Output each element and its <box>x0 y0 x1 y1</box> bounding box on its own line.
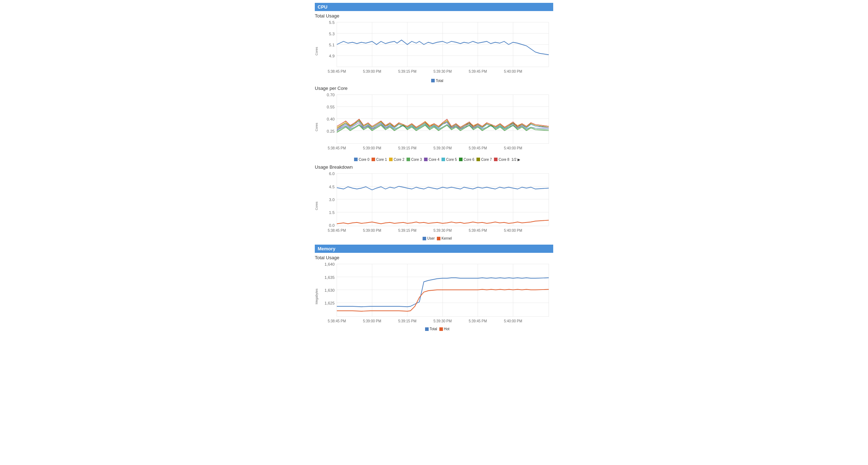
legend-total: Total <box>431 79 443 83</box>
legend-mem-total-color <box>425 327 429 331</box>
svg-text:5:39:45 PM: 5:39:45 PM <box>469 146 487 150</box>
cpu-total-chart-area: Cores <box>315 20 553 83</box>
svg-text:0.70: 0.70 <box>327 93 335 97</box>
legend-kernel-color <box>437 237 440 240</box>
legend-mem-hot-color <box>439 327 443 331</box>
svg-text:4.9: 4.9 <box>329 54 335 58</box>
cpu-total-svg: 5.5 5.3 5.1 4.9 5:38:45 PM 5:39:00 PM 5:… <box>321 20 553 78</box>
cpu-per-core-container: Usage per Core Cores 0.70 <box>315 86 553 162</box>
svg-text:5:39:30 PM: 5:39:30 PM <box>433 70 451 73</box>
legend-total-label: Total <box>436 79 443 83</box>
svg-text:6.0: 6.0 <box>329 172 335 176</box>
svg-text:1,635: 1,635 <box>324 275 334 280</box>
legend-core4: Core 4 <box>424 158 439 162</box>
svg-text:5.1: 5.1 <box>329 43 335 47</box>
cpu-per-core-legend: Core 0 Core 1 Core 2 Core 3 <box>321 158 553 162</box>
legend-core3-label: Core 3 <box>411 158 422 162</box>
memory-total-chart-area: Megabytes 1,640 1,635 1,630 <box>315 262 553 331</box>
svg-rect-19 <box>337 94 549 144</box>
svg-text:5:39:15 PM: 5:39:15 PM <box>398 229 417 232</box>
legend-core4-label: Core 4 <box>429 158 439 162</box>
svg-text:5:39:30 PM: 5:39:30 PM <box>433 229 451 232</box>
cpu-header: CPU <box>315 3 553 11</box>
memory-total-chart-body: 1,640 1,635 1,630 1,625 5:38:45 PM 5:39:… <box>321 262 553 331</box>
svg-text:5.3: 5.3 <box>329 32 335 36</box>
svg-text:5:39:30 PM: 5:39:30 PM <box>433 319 451 323</box>
svg-text:5:39:45 PM: 5:39:45 PM <box>469 229 487 232</box>
chevron-right-icon: ▶ <box>518 158 520 162</box>
cpu-breakdown-container: Usage Breakdown Cores 6.0 <box>315 164 553 240</box>
cpu-total-y-label: Cores <box>315 20 321 83</box>
svg-text:5:39:45 PM: 5:39:45 PM <box>469 319 487 323</box>
memory-total-y-label: Megabytes <box>315 262 321 331</box>
legend-core8: Core 8 <box>494 158 509 162</box>
memory-header: Memory <box>315 245 553 253</box>
svg-text:5:40:00 PM: 5:40:00 PM <box>504 229 522 232</box>
svg-text:5:39:15 PM: 5:39:15 PM <box>398 70 417 73</box>
cpu-breakdown-title: Usage Breakdown <box>315 164 553 170</box>
legend-core3: Core 3 <box>407 158 422 162</box>
svg-text:5:39:00 PM: 5:39:00 PM <box>363 229 381 232</box>
cpu-per-core-chart-area: Cores 0.70 0.55 0.40 <box>315 92 553 162</box>
legend-core2-color <box>389 158 393 161</box>
cpu-per-core-y-label: Cores <box>315 92 321 162</box>
svg-text:0.0: 0.0 <box>329 223 335 228</box>
memory-total-legend: Total Hot <box>321 327 553 331</box>
legend-core0: Core 0 <box>354 158 369 162</box>
svg-text:0.40: 0.40 <box>327 117 335 121</box>
cpu-total-usage-container: Total Usage Cores <box>315 13 553 83</box>
svg-text:5:38:45 PM: 5:38:45 PM <box>328 146 346 150</box>
svg-rect-38 <box>337 173 549 226</box>
svg-rect-58 <box>337 264 549 317</box>
legend-user-color <box>423 237 426 240</box>
svg-text:5:39:30 PM: 5:39:30 PM <box>433 146 451 150</box>
svg-text:5:39:45 PM: 5:39:45 PM <box>469 70 487 73</box>
cpu-total-legend: Total <box>321 79 553 83</box>
cpu-total-title: Total Usage <box>315 13 553 19</box>
svg-text:5:38:45 PM: 5:38:45 PM <box>328 70 346 73</box>
legend-mem-total: Total <box>425 327 437 331</box>
cpu-breakdown-chart-body: 6.0 4.5 3.0 1.5 0.0 5:38:45 PM 5:39:00 P… <box>321 171 553 240</box>
memory-total-usage-container: Total Usage Megabytes 1,640 <box>315 255 553 331</box>
svg-text:0.25: 0.25 <box>327 129 335 133</box>
legend-core8-label: Core 8 <box>499 158 509 162</box>
legend-core5: Core 5 <box>441 158 457 162</box>
legend-core7: Core 7 <box>476 158 492 162</box>
legend-core6-label: Core 6 <box>464 158 474 162</box>
svg-text:3.0: 3.0 <box>329 198 335 202</box>
legend-core1: Core 1 <box>372 158 387 162</box>
legend-core8-color <box>494 158 498 161</box>
cpu-per-core-chart-body: 0.70 0.55 0.40 0.25 5:38:45 PM 5:39:00 P… <box>321 92 553 162</box>
legend-core6: Core 6 <box>459 158 474 162</box>
legend-mem-hot-label: Hot <box>444 327 450 331</box>
legend-core5-color <box>441 158 445 161</box>
svg-text:4.5: 4.5 <box>329 184 335 189</box>
legend-more[interactable]: 1/2 ▶ <box>511 158 520 162</box>
legend-core7-label: Core 7 <box>481 158 492 162</box>
cpu-section: CPU Total Usage Cores <box>315 3 553 240</box>
legend-core2-label: Core 2 <box>394 158 404 162</box>
cpu-breakdown-y-label: Cores <box>315 171 321 240</box>
legend-core7-color <box>476 158 480 161</box>
svg-text:5.5: 5.5 <box>329 20 335 25</box>
cpu-total-chart-body: 5.5 5.3 5.1 4.9 5:38:45 PM 5:39:00 PM 5:… <box>321 20 553 83</box>
legend-mem-total-label: Total <box>430 327 437 331</box>
legend-more-label: 1/2 <box>511 158 516 162</box>
legend-user-label: User <box>427 236 435 240</box>
legend-core1-label: Core 1 <box>376 158 387 162</box>
legend-core4-color <box>424 158 428 161</box>
svg-text:1,625: 1,625 <box>324 301 334 305</box>
svg-text:5:40:00 PM: 5:40:00 PM <box>504 319 522 323</box>
legend-core0-label: Core 0 <box>359 158 369 162</box>
legend-core0-color <box>354 158 358 161</box>
memory-total-title: Total Usage <box>315 255 553 260</box>
cpu-per-core-title: Usage per Core <box>315 86 553 91</box>
svg-text:1,640: 1,640 <box>324 262 334 266</box>
svg-text:5:39:15 PM: 5:39:15 PM <box>398 146 417 150</box>
legend-total-color <box>431 79 435 82</box>
svg-text:0.55: 0.55 <box>327 105 335 109</box>
page-container: CPU Total Usage Cores <box>309 0 559 338</box>
svg-text:5:38:45 PM: 5:38:45 PM <box>328 319 346 323</box>
svg-text:1.5: 1.5 <box>329 210 335 215</box>
legend-user: User <box>423 236 435 240</box>
